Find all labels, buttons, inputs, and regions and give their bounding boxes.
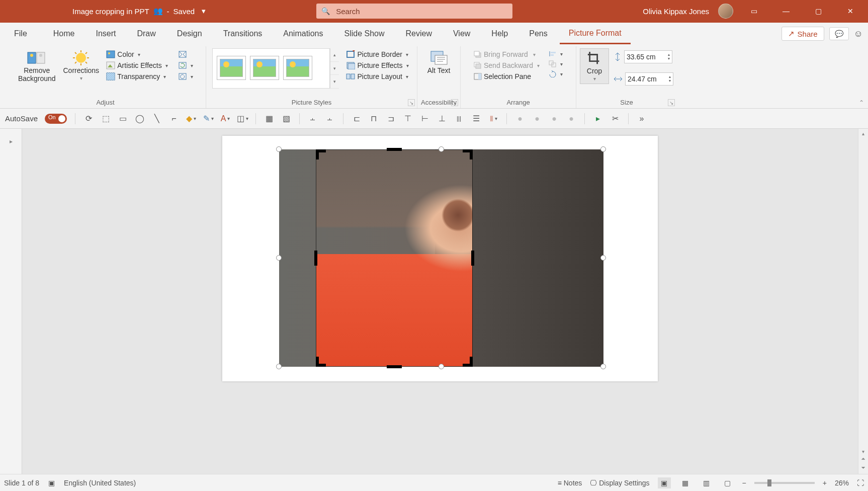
notes-button[interactable]: ≡ Notes [558,479,582,487]
comments-button[interactable]: 💬 [829,27,849,40]
more-align-icon[interactable]: ⦀ [488,114,498,124]
picture-selection-frame[interactable] [279,149,603,367]
selection-handle-mr[interactable] [600,255,606,261]
circle-icon-2[interactable]: ● [532,114,542,124]
reading-view-icon[interactable]: ▥ [700,477,713,488]
crop-handle-bc[interactable] [387,365,402,368]
picture-styles-launcher-icon[interactable]: ↘ [408,99,415,106]
selection-handle-tl[interactable] [276,146,282,152]
gallery-scroll-up-icon[interactable]: ▴ [330,48,339,62]
tab-animations[interactable]: Animations [274,24,332,43]
corrections-button[interactable]: Corrections ▾ [60,48,102,83]
align-right-icon[interactable]: ⫠ [325,114,335,124]
reset-picture-button[interactable] [176,71,195,81]
merge-shapes-icon[interactable]: ◫ [237,114,247,124]
crop-quick-icon[interactable]: ✂ [610,114,620,124]
send-to-back-icon[interactable]: ▧ [281,114,291,124]
height-input[interactable]: 33.65 cm ▴▾ [624,50,672,63]
alt-text-button[interactable]: Alt Text [418,48,460,76]
slide-canvas[interactable] [222,136,658,381]
selection-handle-tr[interactable] [600,146,606,152]
touch-mode-icon[interactable]: ⟳ [83,114,94,124]
language-status[interactable]: English (United States) [64,479,136,487]
picture-border-button[interactable]: Picture Border [344,49,410,59]
tab-transitions[interactable]: Transitions [214,24,272,43]
bring-forward-button[interactable]: Bring Forward ▾ [472,49,542,59]
crop-handle-tl[interactable] [316,149,326,159]
share-button[interactable]: ↗ Share [782,27,824,41]
autosave-toggle[interactable]: On [45,114,67,124]
picture-layout-button[interactable]: Picture Layout [344,71,410,81]
height-spinner[interactable]: ▴▾ [668,53,670,61]
slide-pane[interactable] [22,129,858,474]
font-color-icon[interactable]: A [220,114,230,124]
align-bottom-objects-icon[interactable]: ⊥ [437,114,447,124]
feedback-smiley-icon[interactable]: ☺ [854,29,863,39]
gallery-scroll[interactable]: ▴ ▾ ▾ [330,48,339,89]
picture-style-1[interactable] [217,56,246,80]
selection-pane-button[interactable]: Selection Pane [472,71,542,81]
align-center-objects-icon[interactable]: ⊓ [369,114,379,124]
tab-review[interactable]: Review [397,24,441,43]
size-launcher-icon[interactable]: ↘ [668,99,675,106]
selection-handle-bl[interactable] [276,364,282,369]
animation-add-icon[interactable]: ▸ [593,114,603,124]
crop-handle-ml[interactable] [314,251,317,266]
zoom-out-icon[interactable]: − [742,479,746,487]
zoom-in-icon[interactable]: + [823,479,827,487]
change-picture-button[interactable] [176,60,195,70]
zoom-level[interactable]: 26% [835,479,849,487]
user-name[interactable]: Olivia Kippax Jones [643,7,709,16]
align-middle-objects-icon[interactable]: ⊢ [420,114,430,124]
group-button[interactable] [547,59,565,68]
next-slide-icon[interactable]: ⏷ [861,465,866,474]
circle-icon-4[interactable]: ● [566,114,576,124]
expand-thumbnails-icon[interactable]: ▸ [10,138,13,145]
rectangle-icon[interactable]: ▭ [118,114,128,124]
crop-handle-bl[interactable] [316,357,326,367]
distribute-horizontal-icon[interactable]: ⫼ [454,114,464,124]
shape-fill-icon[interactable]: ◆ [186,114,196,124]
crop-handle-tr[interactable] [463,149,473,159]
selection-handle-bc[interactable] [439,364,444,369]
search-input[interactable] [336,7,507,16]
remove-background-button[interactable]: Remove Background [16,48,58,85]
user-avatar[interactable] [718,4,733,19]
tab-view[interactable]: View [444,24,479,43]
maximize-icon[interactable]: ▢ [807,0,830,22]
align-right-objects-icon[interactable]: ⊐ [386,114,396,124]
picture-style-2[interactable] [250,56,279,80]
previous-slide-icon[interactable]: ⏶ [861,456,866,465]
align-left-objects-icon[interactable]: ⊏ [352,114,362,124]
selection-handle-br[interactable] [600,364,606,369]
fit-to-window-icon[interactable]: ⛶ [857,479,864,487]
normal-view-icon[interactable]: ▣ [658,477,671,488]
connector-icon[interactable]: ⌐ [169,114,179,124]
vertical-scrollbar[interactable]: ▴ ▾ ⏶ ⏷ [858,129,868,474]
shape-outline-icon[interactable]: ✎ [203,114,213,124]
tab-help[interactable]: Help [482,24,517,43]
close-icon[interactable]: ✕ [839,0,862,22]
slide-sorter-view-icon[interactable]: ▦ [679,477,692,488]
color-button[interactable]: Color [104,49,169,59]
width-input[interactable]: 24.47 cm ▴▾ [625,72,673,86]
rotate-button[interactable] [547,69,565,78]
accessibility-launcher-icon[interactable]: ↘ [451,99,458,106]
line-icon[interactable]: ╲ [152,114,162,124]
picture-crop-region[interactable] [316,149,473,367]
spell-check-icon[interactable]: ▣ [48,479,55,487]
distribute-vertical-icon[interactable]: ☰ [471,114,481,124]
tab-picture-format[interactable]: Picture Format [560,24,631,44]
ribbon-display-options-icon[interactable]: ▭ [742,0,765,22]
circle-icon-1[interactable]: ● [515,114,525,124]
tab-draw[interactable]: Draw [128,24,164,43]
send-backward-button[interactable]: Send Backward ▾ [472,60,542,70]
gallery-expand-icon[interactable]: ▾ [330,75,339,89]
selection-handle-ml[interactable] [276,255,282,261]
oval-icon[interactable]: ◯ [135,114,145,124]
crop-handle-br[interactable] [463,357,473,367]
picture-style-3[interactable] [283,56,312,80]
text-box-icon[interactable]: ⬚ [101,114,111,124]
bring-to-front-icon[interactable]: ▦ [264,114,274,124]
slideshow-view-icon[interactable]: ▢ [721,477,734,488]
